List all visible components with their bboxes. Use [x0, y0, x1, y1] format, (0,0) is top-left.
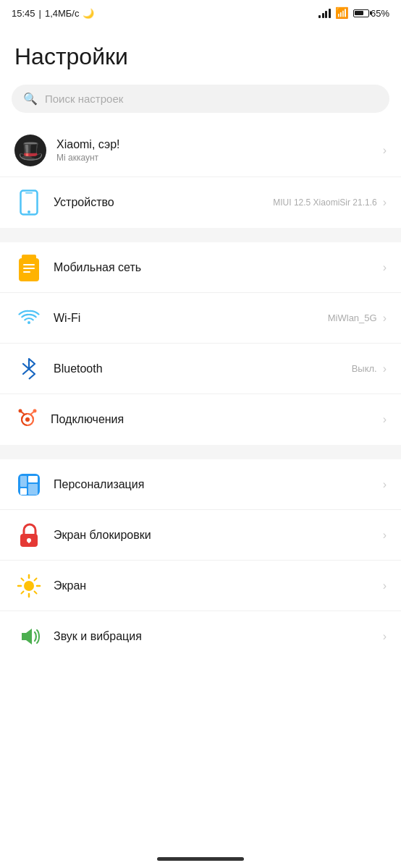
display-content: Экран: [54, 579, 380, 592]
time: 15:45: [12, 8, 35, 19]
svg-line-27: [35, 578, 37, 580]
status-right: 📶 65%: [318, 7, 389, 20]
device-content: Устройство: [54, 196, 273, 209]
device-right: MIUI 12.5 XiaomiSir 21.1.6 ›: [273, 196, 387, 209]
account-content: Xiaomi, сэр! Mi аккаунт: [56, 138, 380, 163]
chevron-right-icon: ›: [383, 529, 387, 542]
status-left: 15:45 | 1,4МБ/с 🌙: [12, 8, 94, 19]
svg-line-26: [35, 591, 37, 593]
wifi-row[interactable]: Wi-Fi MiWlan_5G ›: [0, 293, 401, 344]
lockscreen-title: Экран блокировки: [54, 529, 380, 542]
svg-rect-5: [23, 264, 35, 265]
connections-icon: [14, 407, 41, 433]
bluetooth-right: Выкл. ›: [352, 362, 387, 375]
display-icon: [14, 571, 43, 600]
lockscreen-right: ›: [380, 529, 387, 542]
chevron-right-icon: ›: [383, 579, 387, 592]
page-title: Настройки: [14, 43, 387, 70]
data-speed: |: [39, 8, 41, 19]
svg-point-11: [33, 409, 37, 413]
avatar: 🎩: [14, 135, 46, 166]
battery-indicator: 65%: [353, 8, 389, 19]
account-row[interactable]: 🎩 Xiaomi, сэр! Mi аккаунт ›: [0, 124, 401, 177]
bluetooth-status: Выкл.: [352, 363, 377, 374]
device-icon: [14, 188, 43, 217]
page-title-area: Настройки: [0, 26, 401, 82]
device-version: MIUI 12.5 XiaomiSir 21.1.6: [273, 197, 376, 208]
moon-icon: 🌙: [83, 8, 94, 19]
svg-rect-1: [25, 192, 33, 194]
connections-content: Подключения: [51, 413, 380, 426]
device-row[interactable]: Устройство MIUI 12.5 XiaomiSir 21.1.6 ›: [0, 177, 401, 228]
wifi-content: Wi-Fi: [54, 312, 328, 325]
group-connectivity: Мобильная сеть › Wi-Fi MiWlan_5G ›: [0, 242, 401, 445]
sound-row[interactable]: Звук и вибрация ›: [0, 611, 401, 662]
account-subtitle: Mi аккаунт: [56, 153, 380, 163]
bluetooth-row[interactable]: Bluetooth Выкл. ›: [0, 344, 401, 394]
group-spacer-1: [0, 228, 401, 242]
chevron-right-icon: ›: [383, 413, 387, 426]
chevron-right-icon: ›: [383, 144, 387, 157]
chevron-right-icon: ›: [383, 312, 387, 325]
svg-rect-14: [20, 476, 27, 487]
svg-point-2: [28, 210, 30, 213]
personalization-right: ›: [380, 478, 387, 491]
display-right: ›: [380, 579, 387, 592]
mobile-network-title: Мобильная сеть: [54, 261, 380, 274]
bluetooth-icon: [14, 354, 43, 383]
search-bar[interactable]: 🔍 Поиск настроек: [12, 85, 389, 113]
bottom-nav-bar: [157, 857, 244, 861]
svg-rect-19: [28, 540, 30, 543]
wifi-right: MiWlan_5G ›: [328, 312, 387, 325]
chevron-right-icon: ›: [383, 630, 387, 643]
connections-row[interactable]: Подключения ›: [0, 394, 401, 445]
display-title: Экран: [54, 579, 380, 592]
sound-title: Звук и вибрация: [54, 630, 380, 643]
group-spacer-2: [0, 445, 401, 459]
data-speed-value: 1,4МБ/с: [45, 8, 80, 19]
svg-line-25: [22, 578, 24, 580]
svg-rect-3: [19, 258, 39, 281]
svg-point-10: [19, 409, 22, 413]
personalization-title: Персонализация: [54, 478, 380, 491]
mobile-network-content: Мобильная сеть: [54, 261, 380, 274]
group-personalization: Персонализация › Экран блокировки ›: [0, 459, 401, 662]
svg-point-20: [24, 581, 34, 591]
connections-title: Подключения: [51, 413, 380, 426]
wifi-network-name: MiWlan_5G: [328, 312, 377, 323]
search-input[interactable]: Поиск настроек: [45, 93, 123, 105]
lockscreen-content: Экран блокировки: [54, 529, 380, 542]
bluetooth-title: Bluetooth: [54, 362, 352, 375]
bluetooth-content: Bluetooth: [54, 362, 352, 375]
display-row[interactable]: Экран ›: [0, 561, 401, 611]
battery-percent: 65%: [371, 8, 389, 19]
personalization-content: Персонализация: [54, 478, 380, 491]
svg-line-28: [22, 591, 24, 593]
account-title: Xiaomi, сэр!: [56, 138, 380, 151]
mobile-network-row[interactable]: Мобильная сеть ›: [0, 242, 401, 293]
status-bar: 15:45 | 1,4МБ/с 🌙 📶 65%: [0, 0, 401, 26]
wifi-icon: [14, 304, 43, 333]
svg-rect-4: [22, 255, 36, 260]
wifi-status-icon: 📶: [335, 7, 349, 20]
sound-content: Звук и вибрация: [54, 630, 380, 643]
personalization-row[interactable]: Персонализация ›: [0, 459, 401, 510]
svg-rect-6: [23, 268, 35, 269]
mobile-network-icon: [14, 253, 43, 282]
svg-point-9: [25, 417, 30, 422]
svg-rect-15: [28, 476, 38, 482]
lockscreen-icon: [14, 521, 43, 550]
lockscreen-row[interactable]: Экран блокировки ›: [0, 510, 401, 561]
signal-icon: [318, 8, 331, 18]
search-icon: 🔍: [23, 92, 38, 106]
group-account: 🎩 Xiaomi, сэр! Mi аккаунт › Устройство M…: [0, 124, 401, 228]
account-right: ›: [380, 144, 387, 157]
mobile-network-right: ›: [380, 261, 387, 274]
chevron-right-icon: ›: [383, 478, 387, 491]
sound-right: ›: [380, 630, 387, 643]
chevron-right-icon: ›: [383, 196, 387, 209]
chevron-right-icon: ›: [383, 362, 387, 375]
search-container: 🔍 Поиск настроек: [0, 82, 401, 124]
chevron-right-icon: ›: [383, 261, 387, 274]
svg-rect-13: [20, 488, 27, 495]
